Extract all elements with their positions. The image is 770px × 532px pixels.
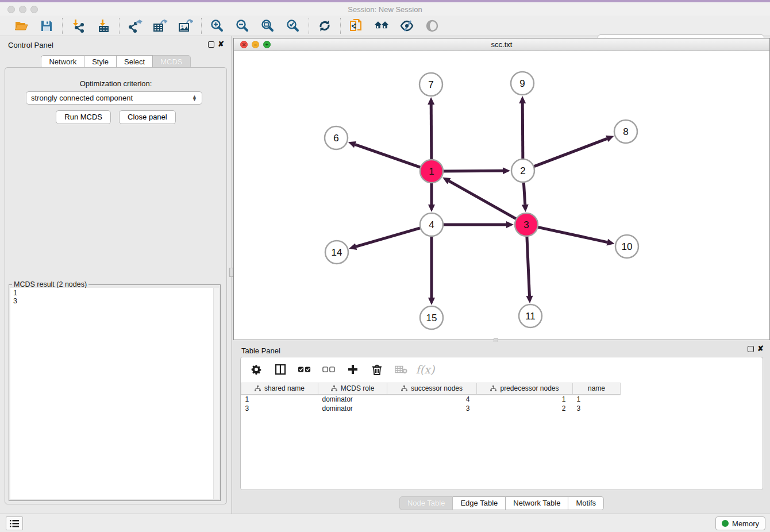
graph-node-label: 15 — [426, 313, 437, 323]
float-panel-icon[interactable] — [208, 41, 214, 48]
tab-edge-table[interactable]: Edge Table — [453, 496, 506, 510]
optimization-criterion-label: Optimization criterion: — [5, 79, 226, 88]
table-panel-title: Table Panel — [241, 346, 280, 355]
table-toolbar: f(x) — [241, 357, 763, 383]
graph-node-label: 1 — [429, 166, 434, 177]
list-icon — [10, 520, 19, 527]
graph-node-label: 2 — [520, 165, 525, 176]
table-row[interactable]: 3 dominator 3 2 3 — [241, 404, 621, 413]
task-history-button[interactable] — [6, 516, 23, 530]
clone-network-icon[interactable] — [349, 18, 364, 33]
close-panel-icon[interactable]: ✘ — [218, 40, 224, 48]
graph-edge-1-6[interactable] — [355, 145, 422, 168]
refresh-layout-icon[interactable] — [317, 18, 332, 33]
app-titlebar: Session: New Session — [0, 2, 770, 16]
memory-button[interactable]: Memory — [715, 516, 765, 530]
graph-edge-3-1[interactable] — [449, 181, 517, 219]
graph-node-label: 3 — [523, 219, 529, 230]
export-table-icon[interactable] — [153, 18, 168, 33]
mcds-tab-content: Optimization criterion: strongly connect… — [5, 67, 227, 504]
create-new-column-icon[interactable] — [346, 363, 359, 376]
network-view-window: ✕ − + scc.txt 7968124314101511 — [233, 38, 770, 340]
mcds-result-fieldset: MCDS result (2 nodes) 1 3 — [9, 284, 221, 501]
criterion-select-value: strongly connected component — [31, 94, 192, 102]
birds-eye-view-icon[interactable] — [425, 18, 440, 33]
graph-node-label: 7 — [428, 79, 433, 90]
network-graph: 7968124314101511 — [234, 51, 769, 340]
table-panel: Table Panel ✘ — [233, 342, 770, 512]
graph-node-label: 11 — [525, 311, 536, 322]
close-table-panel-icon[interactable]: ✘ — [757, 345, 764, 353]
graph-edge-3-11[interactable] — [527, 235, 530, 296]
graph-edge-2-3[interactable] — [523, 181, 525, 205]
tab-network-table[interactable]: Network Table — [506, 496, 568, 510]
graph-edge-3-10[interactable] — [537, 227, 607, 242]
graph-edge-arrowhead — [428, 205, 435, 212]
graph-edge-arrowhead — [428, 298, 435, 305]
graph-edge-arrowhead — [428, 97, 434, 105]
network-canvas[interactable]: 7968124314101511 — [234, 51, 769, 340]
node-table: shared name MCDS role successor nodes pr… — [241, 383, 621, 413]
graph-edge-arrowhead — [349, 243, 357, 250]
network-window-titlebar[interactable]: ✕ − + scc.txt — [234, 38, 769, 51]
column-header-predecessor-nodes[interactable]: predecessor nodes — [477, 383, 573, 395]
graph-edge-2-9[interactable] — [522, 103, 523, 160]
open-session-icon[interactable] — [14, 18, 29, 33]
show-column-panel-icon[interactable] — [274, 363, 287, 376]
table-row[interactable]: 1 dominator 4 1 1 — [241, 395, 621, 404]
graph-edge-arrowhead — [506, 221, 514, 228]
graph-node-label: 9 — [519, 78, 525, 89]
zoom-in-icon[interactable] — [210, 18, 225, 33]
export-image-icon[interactable] — [178, 18, 193, 33]
run-mcds-button[interactable]: Run MCDS — [56, 110, 111, 124]
export-network-icon[interactable] — [128, 18, 143, 33]
column-header-mcds-role[interactable]: MCDS role — [318, 383, 387, 395]
delete-columns-icon[interactable] — [371, 363, 383, 376]
column-header-successor-nodes[interactable]: successor nodes — [387, 383, 477, 395]
import-network-icon[interactable] — [71, 18, 86, 33]
zoom-fit-icon[interactable] — [260, 18, 275, 33]
criterion-select[interactable]: strongly connected component ▲▼ — [26, 91, 202, 105]
select-all-columns-icon[interactable] — [298, 363, 311, 376]
delete-table-icon[interactable] — [395, 363, 407, 376]
table-options-gear-icon[interactable] — [250, 363, 263, 376]
zoom-selected-icon[interactable] — [286, 18, 301, 33]
control-panel-title: Control Panel — [8, 41, 53, 49]
memory-label: Memory — [732, 519, 759, 528]
close-panel-button[interactable]: Close panel — [119, 110, 176, 124]
sort-hierarchy-icon — [401, 385, 407, 392]
sort-hierarchy-icon — [331, 385, 337, 392]
column-header-shared-name[interactable]: shared name — [241, 383, 318, 395]
node-table-content: f(x) shared name MCDS role successor nod… — [240, 357, 763, 490]
network-title: scc.txt — [234, 40, 769, 49]
graph-edge-1-2[interactable] — [442, 171, 503, 171]
graph-edge-4-14[interactable] — [356, 228, 422, 246]
import-table-icon[interactable] — [96, 18, 111, 33]
graph-edge-2-8[interactable] — [533, 138, 607, 167]
function-builder-icon[interactable]: f(x) — [419, 363, 432, 376]
zoom-out-icon[interactable] — [235, 18, 250, 33]
graph-edge-arrowhead — [526, 296, 533, 303]
unselect-all-columns-icon[interactable] — [322, 363, 335, 376]
mcds-result-text[interactable]: 1 3 — [10, 288, 213, 499]
result-scrollbar[interactable] — [213, 288, 219, 499]
main-toolbar — [0, 16, 770, 36]
save-session-icon[interactable] — [39, 18, 54, 33]
graph-node-label: 6 — [333, 133, 338, 144]
graphics-details-icon[interactable] — [399, 18, 414, 33]
graph-node-label: 8 — [623, 126, 628, 137]
sort-hierarchy-icon — [490, 385, 496, 392]
graph-node-label: 10 — [622, 241, 633, 252]
graph-edge-arrowhead — [522, 205, 529, 212]
select-arrows-icon: ▲▼ — [192, 95, 197, 101]
graph-edge-1-7[interactable] — [431, 105, 432, 161]
tab-node-table[interactable]: Node Table — [399, 496, 453, 510]
graph-edge-arrowhead — [519, 96, 526, 103]
tab-motifs[interactable]: Motifs — [568, 496, 604, 510]
column-header-name[interactable]: name — [573, 383, 621, 395]
float-table-panel-icon[interactable] — [748, 346, 754, 352]
graph-edge-arrowhead — [607, 239, 615, 246]
graph-edge-arrowhead — [348, 141, 356, 148]
home-icon[interactable] — [374, 18, 389, 33]
graph-node-label: 4 — [429, 219, 434, 230]
